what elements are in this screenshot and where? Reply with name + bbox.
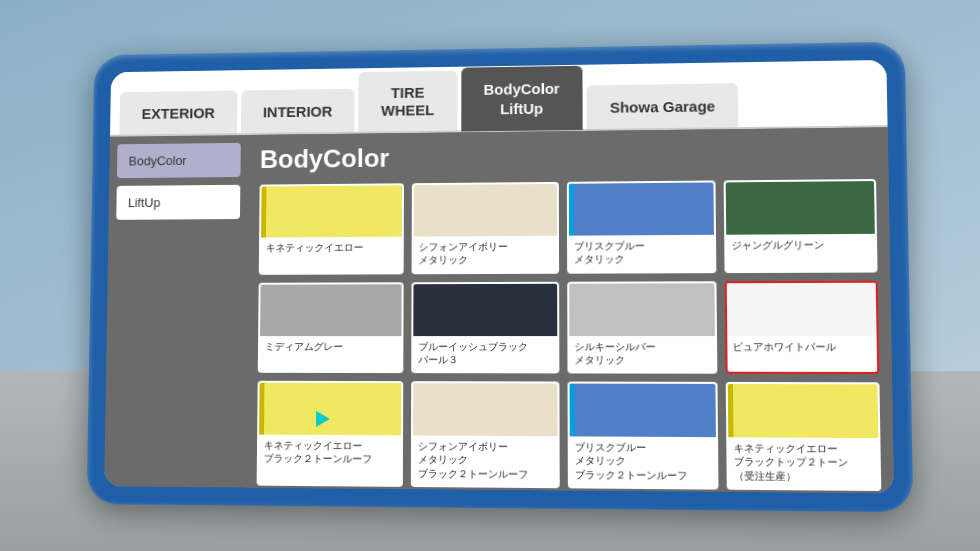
nav-tabs: EXTERIOR INTERIOR TIREWHEEL BodyColorLif… [110, 59, 888, 136]
color-card-7[interactable]: シルキーシルバーメタリック [567, 280, 718, 373]
kiosk-frame: EXTERIOR INTERIOR TIREWHEEL BodyColorLif… [87, 41, 914, 512]
color-area: BodyColor キネティックイエロー シフォンアイボリーメタリック [245, 127, 894, 493]
color-card-3[interactable]: ブリスクブルーメタリック [566, 180, 716, 273]
color-card-8[interactable]: ピュアホワイトパール [725, 280, 879, 374]
color-card-4[interactable]: ジャングルグリーン [724, 178, 878, 272]
color-card-5[interactable]: ミディアムグレー [258, 281, 404, 372]
color-grid: キネティックイエロー シフォンアイボリーメタリック ブリスクブルーメタリック [257, 178, 882, 490]
kiosk-screen: EXTERIOR INTERIOR TIREWHEEL BodyColorLif… [104, 59, 894, 492]
color-label-12: キネティックイエローブラックトップ２トーン（受注生産） [729, 437, 880, 489]
sidebar: BodyColor LiftUp [104, 135, 248, 488]
color-label-2: シフォンアイボリーメタリック [413, 235, 556, 271]
color-card-12[interactable]: キネティックイエローブラックトップ２トーン（受注生産） [726, 382, 881, 491]
color-label-3: ブリスクブルーメタリック [569, 234, 715, 271]
color-card-1[interactable]: キネティックイエロー [259, 183, 404, 274]
main-content: BodyColor LiftUp BodyColor キネティックイエロー [104, 127, 894, 493]
tab-interior[interactable]: INTERIOR [241, 88, 355, 133]
color-card-10[interactable]: シフォンアイボリーメタリックブラック２トーンルーフ [411, 381, 560, 488]
color-card-6[interactable]: ブルーイッシュブラックパール３ [411, 281, 559, 373]
color-card-9[interactable]: キネティックイエローブラック２トーンルーフ [257, 380, 403, 486]
sidebar-item-liftup[interactable]: LiftUp [116, 184, 240, 219]
tab-showa-garage[interactable]: Showa Garage [587, 82, 739, 128]
tab-bodycolor-liftup[interactable]: BodyColorLiftUp [461, 65, 583, 131]
color-area-title: BodyColor [260, 137, 876, 174]
color-card-11[interactable]: ブリスクブルーメタリックブラック２トーンルーフ [567, 381, 719, 489]
color-label-8: ピュアホワイトパール [728, 335, 877, 358]
color-label-4: ジャングルグリーン [726, 233, 875, 256]
color-label-9: キネティックイエローブラック２トーンルーフ [259, 434, 401, 471]
scene: EXTERIOR INTERIOR TIREWHEEL BodyColorLif… [0, 0, 980, 551]
color-label-6: ブルーイッシュブラックパール３ [413, 335, 557, 371]
color-label-10: シフォンアイボリーメタリックブラック２トーンルーフ [413, 435, 558, 486]
sidebar-item-bodycolor[interactable]: BodyColor [117, 142, 241, 177]
color-label-7: シルキーシルバーメタリック [569, 335, 716, 371]
color-label-5: ミディアムグレー [260, 335, 401, 357]
tab-exterior[interactable]: EXTERIOR [120, 90, 238, 135]
color-card-2[interactable]: シフォンアイボリーメタリック [411, 181, 558, 273]
tab-tire-wheel[interactable]: TIREWHEEL [359, 70, 457, 131]
color-label-11: ブリスクブルーメタリックブラック２トーンルーフ [569, 436, 716, 487]
color-label-1: キネティックイエロー [261, 236, 402, 259]
